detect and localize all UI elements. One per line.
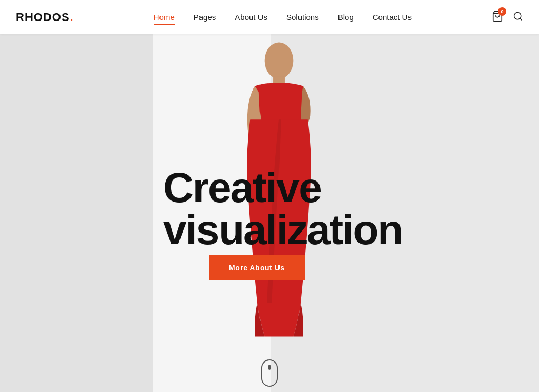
- nav-link-about[interactable]: About Us: [235, 13, 267, 22]
- nav-link-solutions[interactable]: Solutions: [286, 13, 319, 22]
- svg-point-3: [265, 43, 294, 79]
- search-button[interactable]: [513, 11, 523, 24]
- nav-link-pages[interactable]: Pages: [194, 13, 216, 22]
- more-about-us-button[interactable]: More About Us: [209, 255, 305, 280]
- hero-section: Creative visualization More About Us: [0, 34, 539, 392]
- nav-item-home[interactable]: Home: [154, 13, 175, 22]
- nav-link-blog[interactable]: Blog: [338, 13, 354, 22]
- search-icon: [513, 11, 523, 22]
- scroll-dot: [268, 365, 271, 370]
- cart-button[interactable]: 0: [492, 11, 503, 24]
- logo[interactable]: RHODOS.: [16, 11, 74, 24]
- hero-cta-wrapper: More About Us: [209, 255, 305, 280]
- nav-link-contact[interactable]: Contact Us: [373, 13, 412, 22]
- nav-link-home[interactable]: Home: [154, 13, 175, 22]
- nav-item-about[interactable]: About Us: [235, 13, 267, 22]
- nav-item-pages[interactable]: Pages: [194, 13, 216, 22]
- nav-item-contact[interactable]: Contact Us: [373, 13, 412, 22]
- nav-item-solutions[interactable]: Solutions: [286, 13, 319, 22]
- logo-text: RHODOS: [16, 11, 70, 24]
- hero-left-panel: [0, 34, 153, 392]
- svg-line-2: [520, 18, 522, 20]
- svg-point-1: [514, 12, 521, 19]
- nav-links: Home Pages About Us Solutions Blog Conta…: [154, 13, 412, 22]
- nav-icons: 0: [492, 11, 523, 24]
- scroll-oval: [261, 359, 278, 387]
- person-illustration: [237, 34, 321, 360]
- scroll-indicator: [261, 359, 278, 387]
- navbar: RHODOS. Home Pages About Us Solutions Bl…: [0, 0, 539, 34]
- hero-figure: [237, 34, 321, 360]
- cart-badge: 0: [498, 7, 506, 16]
- logo-dot: .: [70, 11, 74, 24]
- nav-item-blog[interactable]: Blog: [338, 13, 354, 22]
